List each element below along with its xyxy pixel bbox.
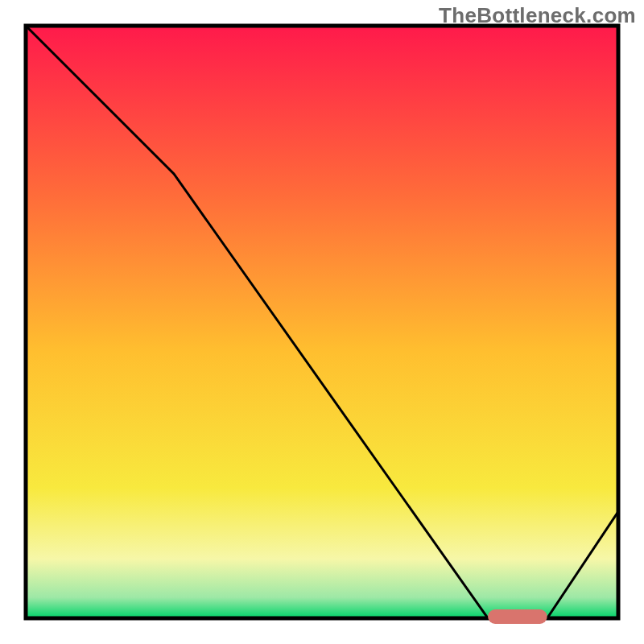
optimal-range-marker xyxy=(488,609,547,624)
watermark-text: TheBottleneck.com xyxy=(439,3,636,28)
chart-frame: TheBottleneck.com xyxy=(0,0,644,644)
bottleneck-chart xyxy=(0,0,644,644)
